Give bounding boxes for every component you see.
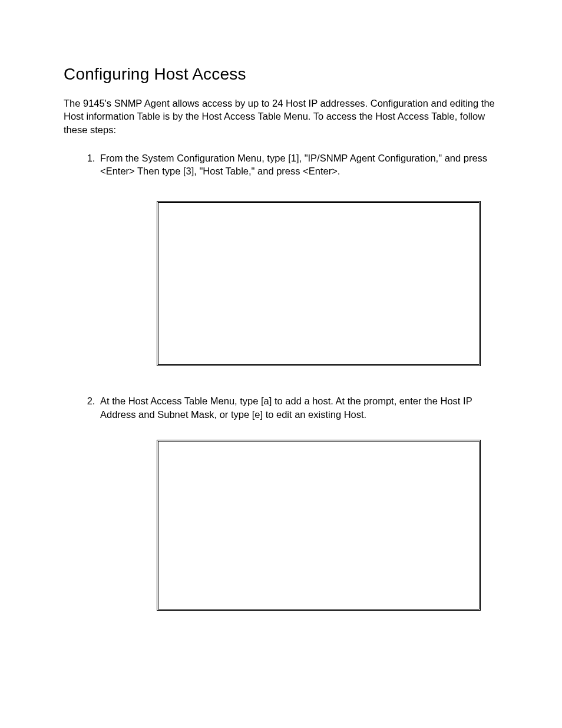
figure-2-wrap bbox=[157, 440, 498, 611]
step-1-text-e: ], "Host Table," and press <Enter>. bbox=[191, 166, 340, 176]
intro-paragraph: The 9145's SNMP Agent allows access by u… bbox=[64, 97, 498, 136]
step-2-text: At the Host Access Table Menu, type [a] … bbox=[100, 396, 472, 419]
document-page: Configuring Host Access The 9145's SNMP … bbox=[0, 0, 562, 611]
step-1-key-1: 1 bbox=[291, 153, 296, 163]
figure-1-wrap bbox=[157, 201, 498, 366]
step-1-key-3: 3 bbox=[186, 166, 191, 176]
step-list: From the System Configuration Menu, type… bbox=[64, 151, 498, 611]
figure-1-box bbox=[157, 201, 481, 366]
step-2: At the Host Access Table Menu, type [a] … bbox=[98, 394, 498, 611]
page-title: Configuring Host Access bbox=[64, 65, 498, 84]
step-1-text-a: From the System Configuration Menu, type… bbox=[100, 153, 291, 163]
figure-2-box bbox=[157, 440, 481, 611]
step-1: From the System Configuration Menu, type… bbox=[98, 151, 498, 367]
